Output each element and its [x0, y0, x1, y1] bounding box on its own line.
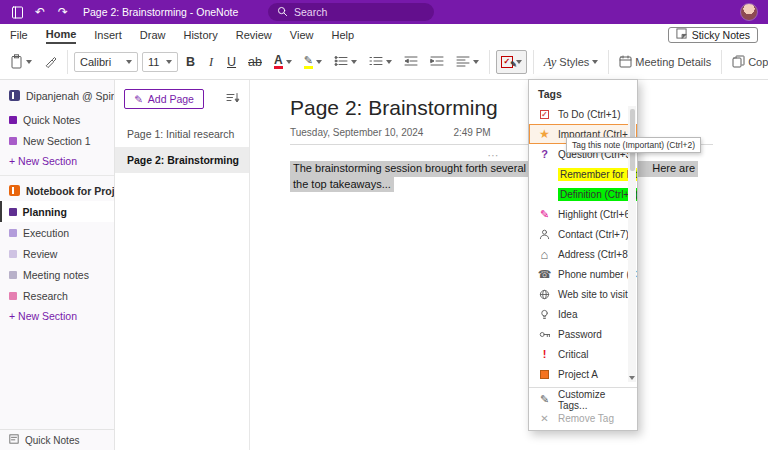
bullet-list-button[interactable]	[330, 50, 361, 74]
paste-button[interactable]	[6, 50, 36, 74]
italic-button[interactable]: I	[203, 50, 219, 74]
tag-item-web-site[interactable]: Web site to visit	[529, 284, 637, 304]
tag-item-highlight[interactable]: ✎ Highlight (Ctrl+6)	[529, 204, 637, 224]
search-box[interactable]	[268, 3, 434, 21]
tags-dropdown-menu: Tags ✓ To Do (Ctrl+1) ★ Important (Ctrl+…	[528, 79, 638, 431]
tag-item-contact[interactable]: Contact (Ctrl+7)	[529, 224, 637, 244]
ribbon-separator	[489, 50, 490, 74]
tag-item-phone-number[interactable]: ☎ Phone number (Ctrl+9)	[529, 264, 637, 284]
section-label: Planning	[23, 206, 67, 218]
section-color-icon	[9, 271, 17, 279]
customize-tags-item[interactable]: ✎ Customize Tags...	[529, 390, 637, 409]
remove-tag-item: ✕ Remove Tag	[529, 409, 637, 428]
tag-item-definition[interactable]: Definition (Ctrl+5)	[529, 184, 637, 204]
font-color-button[interactable]: A	[270, 50, 296, 74]
menu-help[interactable]: Help	[331, 27, 354, 43]
page-item-1[interactable]: Page 1: Initial research	[115, 121, 249, 147]
quick-notes-bottom-button[interactable]: Quick Notes	[0, 429, 114, 450]
tag-item-remember-for-later[interactable]: Remember for later (Ctrl+4)	[529, 164, 637, 184]
align-button[interactable]	[452, 50, 483, 74]
section-color-icon	[9, 229, 17, 237]
numbered-list-icon	[369, 55, 383, 69]
styles-button[interactable]: Ay Styles	[540, 50, 602, 74]
page-item-2[interactable]: Page 2: Brainstorming	[115, 147, 249, 173]
numbered-list-button[interactable]	[365, 50, 396, 74]
menu-view[interactable]: View	[290, 27, 314, 43]
sticky-notes-label: Sticky Notes	[692, 29, 750, 41]
menu-home[interactable]: Home	[46, 26, 77, 44]
pen-icon: ✎	[538, 208, 551, 221]
page-title[interactable]: Page 2: Brainstorming	[290, 96, 713, 120]
search-input[interactable]	[294, 6, 425, 18]
font-name-select[interactable]: Calibri	[74, 52, 138, 72]
tag-item-password[interactable]: Password	[529, 324, 637, 344]
notebook-header[interactable]: Notebook for Project A	[0, 180, 114, 201]
section-color-icon	[9, 250, 17, 258]
tag-tooltip: Tag this note (Important) (Ctrl+2)	[566, 137, 701, 153]
tag-label: Address (Ctrl+8)	[558, 249, 631, 260]
paragraph-text-line2: the top takeaways...	[290, 177, 394, 193]
app-icon	[10, 5, 24, 19]
ribbon-separator	[67, 50, 68, 74]
redo-icon[interactable]: ↷	[56, 5, 70, 19]
menu-history[interactable]: History	[183, 27, 217, 43]
menu-draw[interactable]: Draw	[140, 27, 166, 43]
copilot-label: Copi	[748, 56, 768, 68]
pen-icon: ✎	[134, 93, 143, 105]
copilot-button[interactable]: Copi	[728, 50, 768, 74]
sidebar-item-research[interactable]: Research	[0, 285, 114, 306]
sidebar-item-new-section-1[interactable]: New Section 1	[0, 130, 114, 151]
quick-notes-bottom-label: Quick Notes	[25, 435, 79, 446]
star-icon: ★	[538, 127, 551, 141]
tag-button[interactable]: ✓✎	[496, 50, 527, 74]
menu-review[interactable]: Review	[236, 27, 272, 43]
underline-button[interactable]: U	[223, 50, 240, 74]
outdent-button[interactable]	[400, 50, 422, 74]
section-color-icon	[9, 292, 17, 300]
tag-label: Highlight (Ctrl+6)	[558, 209, 633, 220]
tag-item-idea[interactable]: Idea	[529, 304, 637, 324]
chevron-down-icon	[316, 60, 322, 64]
sidebar-item-meeting-notes[interactable]: Meeting notes	[0, 264, 114, 285]
window-title: Page 2: Brainstorming - OneNote	[83, 6, 238, 18]
highlight-button[interactable]: ✎	[300, 50, 326, 74]
scroll-down-arrow-icon[interactable]	[629, 376, 635, 380]
format-painter-button[interactable]	[40, 50, 61, 74]
tag-label: Project A	[558, 369, 598, 380]
sidebar-item-quick-notes[interactable]: Quick Notes	[0, 109, 114, 130]
highlighter-icon: ✎	[304, 55, 313, 69]
indent-button[interactable]	[426, 50, 448, 74]
tag-label: Definition (Ctrl+5)	[558, 188, 637, 201]
tag-item-project-a[interactable]: Project A	[529, 364, 637, 384]
bullet-list-icon	[334, 55, 348, 69]
paragraph-text-end: Here are	[652, 162, 695, 176]
onenote-window: ↶ ↷ Page 2: Brainstorming - OneNote File…	[0, 0, 768, 450]
tag-item-address[interactable]: ⌂ Address (Ctrl+8)	[529, 244, 637, 264]
add-section-link-top[interactable]: + New Section	[0, 151, 114, 171]
bold-button[interactable]: B	[182, 50, 199, 74]
sticky-notes-button[interactable]: Sticky Notes	[668, 27, 758, 43]
outdent-icon	[404, 55, 418, 69]
strikethrough-button[interactable]: ab	[244, 50, 266, 74]
note-canvas[interactable]: Page 2: Brainstorming Tuesday, September…	[250, 80, 768, 450]
add-section-link-bottom[interactable]: + New Section	[0, 306, 114, 326]
tag-item-critical[interactable]: ! Critical	[529, 344, 637, 364]
sidebar-item-planning[interactable]: Planning	[0, 201, 114, 222]
account-row[interactable]: Dipanjenah @ Spiral...	[0, 82, 114, 109]
sort-pages-icon[interactable]	[226, 90, 240, 108]
menu-file[interactable]: File	[10, 27, 28, 43]
phone-icon: ☎	[538, 269, 551, 280]
sidebar-item-review[interactable]: Review	[0, 243, 114, 264]
tag-item-to-do[interactable]: ✓ To Do (Ctrl+1)	[529, 104, 637, 124]
menu-insert[interactable]: Insert	[94, 27, 122, 43]
sidebar-item-execution[interactable]: Execution	[0, 222, 114, 243]
add-page-button[interactable]: ✎ Add Page	[124, 89, 204, 109]
undo-icon[interactable]: ↶	[33, 5, 47, 19]
house-icon: ⌂	[538, 249, 551, 260]
avatar[interactable]	[740, 3, 758, 21]
meeting-details-button[interactable]: Meeting Details	[615, 50, 715, 74]
font-size-select[interactable]: 11	[142, 52, 178, 72]
notebook-title: Notebook for Project A	[26, 185, 114, 197]
account-label: Dipanjenah @ Spiral...	[26, 90, 114, 102]
exclamation-icon: !	[538, 348, 551, 360]
